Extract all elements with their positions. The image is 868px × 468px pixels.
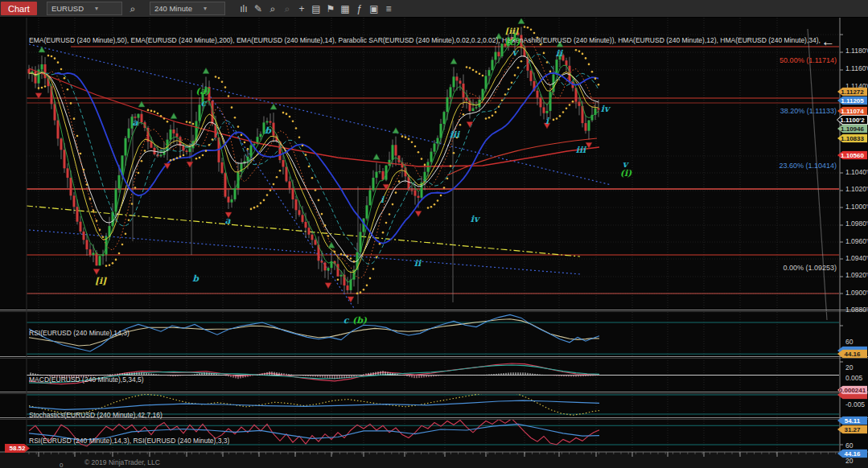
interval-label: 240 Minute	[154, 4, 192, 13]
crosshair-icon[interactable]: +	[294, 3, 309, 14]
interval-select[interactable]: 240 Minute ▾	[150, 2, 225, 15]
data-series-icon[interactable]: ▤	[309, 3, 323, 14]
instrument-label: EURUSD	[51, 4, 84, 13]
toolbar: Chart EURUSD ▾ ⌕ 240 Minute ▾ ılı✎⌕⌕+▤⚑▦…	[0, 0, 868, 18]
chevron-down-icon: ▾	[204, 5, 207, 12]
zoom-out-icon[interactable]: ⌕	[280, 3, 294, 14]
alerts-icon[interactable]: ⚑	[323, 3, 338, 14]
chart-canvas[interactable]: EMA(EURUSD (240 Minute),50), EMA(EURUSD …	[0, 17, 868, 468]
scroll-back-arrow-icon[interactable]: ←	[821, 35, 835, 48]
drawing-tools-icon[interactable]: ✎	[251, 3, 265, 14]
search-icon[interactable]: ⌕	[125, 3, 140, 14]
properties-icon[interactable]: ≡	[381, 3, 396, 14]
chevron-down-icon: ▾	[95, 5, 98, 12]
indicators-icon[interactable]: ƒ	[352, 3, 367, 14]
chart-trader-icon[interactable]: ▦	[338, 3, 352, 14]
instrument-select[interactable]: EURUSD ▾	[47, 2, 122, 15]
tab-chart[interactable]: Chart	[1, 2, 37, 15]
toolbar-icons: ılı✎⌕⌕+▤⚑▦ƒ▣≡	[237, 3, 396, 14]
chart-style-icon[interactable]: ılı	[237, 3, 251, 14]
data-box-icon[interactable]: ▣	[367, 3, 381, 14]
zoom-in-icon[interactable]: ⌕	[265, 3, 280, 14]
ninjatrader-chart-window: Chart EURUSD ▾ ⌕ 240 Minute ▾ ılı✎⌕⌕+▤⚑▦…	[0, 0, 868, 468]
